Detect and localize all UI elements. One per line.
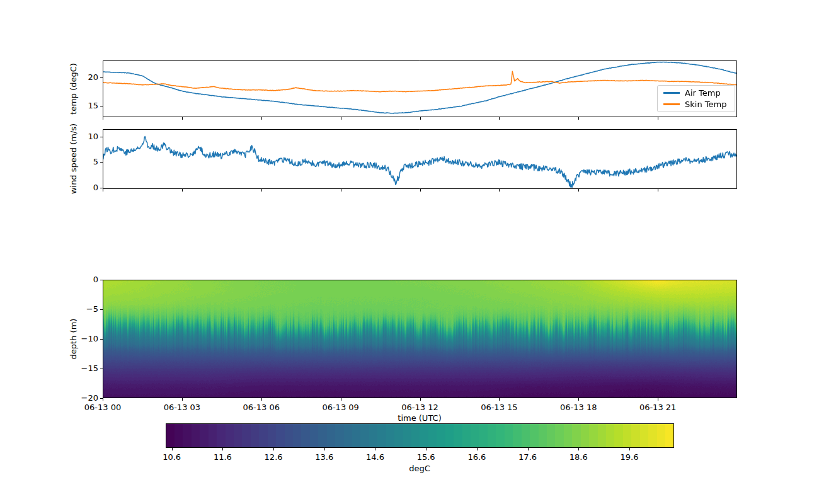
colorbar-tick-label-3: 13.6 <box>299 452 350 462</box>
heat-ytick-label-3: −15 <box>71 364 98 373</box>
heat-xtick-6 <box>261 398 262 401</box>
colorbar-tick-4 <box>375 448 375 450</box>
colorbar-tick-6 <box>477 448 478 450</box>
colorbar-tick-label-1: 11.6 <box>197 452 248 462</box>
temp-xtick-12 <box>420 117 421 120</box>
legend-entry-skin-temp: Skin Temp <box>658 100 735 109</box>
skin-temp-legend-line <box>663 103 680 105</box>
temp-xtick-6 <box>261 117 262 120</box>
wind-xtick-9 <box>341 189 341 192</box>
time-xtick-label-6: 06-13 06 <box>236 403 287 412</box>
colorbar-tick-label-2: 12.6 <box>248 452 299 462</box>
heat-xtick-9 <box>341 398 341 401</box>
colorbar-tick-5 <box>426 448 427 450</box>
wind-xtick-21 <box>658 189 658 192</box>
wind-ytick-label-2: 10 <box>71 132 98 141</box>
colorbar-tick-1 <box>222 448 223 450</box>
colorbar-tick-label-7: 17.6 <box>503 452 553 462</box>
wind-xtick-3 <box>182 189 183 192</box>
temp-ytick-1 <box>100 77 103 78</box>
heat-ytick-label-0: 0 <box>71 275 98 284</box>
legend-entry-air-temp: Air Temp <box>658 88 735 98</box>
wind-xtick-15 <box>499 189 500 192</box>
colorbar-tick-8 <box>578 448 579 450</box>
wind-ytick-1 <box>100 162 103 163</box>
temp-xtick-21 <box>658 117 658 120</box>
wind-ytick-label-0: 0 <box>71 183 98 192</box>
colorbar-tick-3 <box>324 448 325 450</box>
colorbar-tick-label-8: 18.6 <box>553 452 604 462</box>
temp-xtick-3 <box>182 117 183 120</box>
temp-xtick-9 <box>341 117 341 120</box>
heat-xtick-21 <box>658 398 658 401</box>
heat-ytick-4 <box>100 398 103 399</box>
colorbar-tick-7 <box>528 448 529 450</box>
temp-ytick-label-1: 20 <box>71 72 98 82</box>
heat-ytick-label-4: −20 <box>71 393 98 403</box>
time-xtick-label-21: 06-13 21 <box>633 403 683 412</box>
colorbar-tick-label-6: 16.6 <box>452 452 502 462</box>
wind-ytick-label-1: 5 <box>71 157 98 166</box>
heat-ytick-1 <box>100 309 103 310</box>
heat-xtick-18 <box>578 398 579 401</box>
heat-xtick-15 <box>499 398 500 401</box>
heat-ytick-2 <box>100 339 103 340</box>
temp-xtick-15 <box>499 117 500 120</box>
temp-xtick-0 <box>103 117 103 120</box>
time-xtick-label-0: 06-13 00 <box>77 403 128 412</box>
colorbar-tick-9 <box>629 448 630 450</box>
wind-xtick-12 <box>420 189 421 192</box>
time-xtick-label-18: 06-13 18 <box>553 403 604 412</box>
heat-ytick-label-1: −5 <box>71 304 98 314</box>
heat-xtick-3 <box>182 398 183 401</box>
air-temp-legend-line <box>663 92 680 94</box>
colorbar <box>166 423 674 448</box>
heat-xtick-12 <box>420 398 421 401</box>
figure: temp (degC) Air Temp Skin Temp wind spee… <box>0 0 819 504</box>
heat-ytick-3 <box>100 369 103 369</box>
heat-ytick-label-2: −10 <box>71 334 98 343</box>
wind-ytick-0 <box>100 188 103 188</box>
heat-xtick-0 <box>103 398 103 401</box>
time-xtick-label-12: 06-13 12 <box>395 403 445 412</box>
colorbar-tick-0 <box>172 448 173 450</box>
colorbar-label: degC <box>409 464 430 473</box>
colorbar-tick-label-4: 14.6 <box>350 452 400 462</box>
legend: Air Temp Skin Temp <box>657 85 735 112</box>
time-xtick-label-3: 06-13 03 <box>157 403 207 412</box>
time-xtick-label-9: 06-13 09 <box>316 403 366 412</box>
colorbar-tick-label-9: 19.6 <box>604 452 655 462</box>
colorbar-tick-label-5: 15.6 <box>401 452 451 462</box>
temp-ytick-0 <box>100 106 103 106</box>
wind-xtick-0 <box>103 189 103 192</box>
depth-temperature-heatmap <box>103 280 737 398</box>
temp-xtick-18 <box>578 117 579 120</box>
colorbar-tick-label-0: 10.6 <box>147 452 197 462</box>
time-axis-xlabel: time (UTC) <box>398 413 441 423</box>
time-xtick-label-15: 06-13 15 <box>474 403 524 412</box>
colorbar-tick-2 <box>273 448 274 450</box>
skin-temp-legend-label: Skin Temp <box>685 100 726 109</box>
wind-xtick-6 <box>261 189 262 192</box>
heat-ytick-0 <box>100 280 103 280</box>
temp-ytick-label-0: 15 <box>71 101 98 110</box>
wind-xtick-18 <box>578 189 579 192</box>
air-skin-temp-plot <box>103 60 737 117</box>
wind-ytick-2 <box>100 137 103 137</box>
air-temp-legend-label: Air Temp <box>685 88 721 98</box>
wind-speed-plot <box>103 129 737 189</box>
